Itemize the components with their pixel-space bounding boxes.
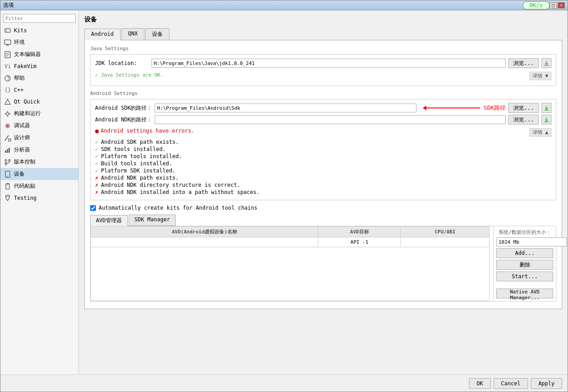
- analyzer-icon: [4, 146, 11, 154]
- avd-start-button[interactable]: Start...: [496, 271, 553, 281]
- jdk-download-button[interactable]: [542, 58, 551, 68]
- kit-icon: [4, 27, 11, 34]
- sdk-download-button[interactable]: [542, 103, 551, 113]
- check-err-icon-5: ✗: [95, 175, 98, 181]
- sidebar-item-analyzer[interactable]: 分析器: [0, 144, 78, 156]
- network-indicator: 0K/s: [523, 1, 550, 9]
- android-detail-button[interactable]: 详情 ▲: [529, 128, 551, 137]
- sidebar-item-label-analyzer: 分析器: [14, 146, 30, 154]
- ndk-input[interactable]: [155, 115, 506, 124]
- close-button[interactable]: ✕: [558, 2, 565, 9]
- sidebar-item-help[interactable]: ? 帮助: [0, 72, 78, 84]
- sdk-input[interactable]: [155, 103, 416, 112]
- ndk-browse-button[interactable]: 浏览...: [508, 115, 539, 125]
- avd-col-target: AVD目标: [318, 227, 401, 237]
- svg-rect-26: [9, 148, 10, 153]
- sidebar-item-codepaste[interactable]: 代码粘贴: [0, 180, 78, 192]
- auto-create-label: Automatically create kits for Android to…: [99, 205, 257, 211]
- table-row-empty: [91, 247, 490, 301]
- check-err-icon-6: ✗: [95, 182, 98, 188]
- avd-tab-sdk-manager[interactable]: SDK Manager: [129, 215, 176, 226]
- java-detail-button[interactable]: 详情 ▼: [529, 72, 551, 80]
- sidebar-item-env[interactable]: 环境: [0, 36, 78, 48]
- designer-icon: [4, 134, 11, 142]
- avd-col-cpu: CPU/ABI: [401, 227, 490, 237]
- sidebar-item-cpp[interactable]: {} C++: [0, 84, 78, 96]
- auto-create-checkbox[interactable]: [90, 205, 96, 211]
- android-section-box: Android SDK的路径： SDK路径 浏览...: [90, 99, 556, 200]
- ok-button[interactable]: OK: [469, 378, 490, 389]
- jdk-input[interactable]: [152, 59, 506, 68]
- svg-rect-24: [5, 151, 6, 153]
- check-items-list: ✓ Android SDK path exists. ✓ SDK tools i…: [95, 139, 551, 195]
- avd-add-button[interactable]: Add...: [496, 248, 553, 258]
- sidebar-item-designer[interactable]: 设计师: [0, 132, 78, 144]
- ndk-label: Android NDK的路径：: [95, 116, 152, 124]
- native-avd-button[interactable]: Native AVD Manager...: [496, 289, 553, 298]
- sidebar-item-kits[interactable]: Kits: [0, 25, 78, 36]
- sdk-arrow-annotation: SDK路径: [423, 104, 506, 112]
- cancel-button[interactable]: Cancel: [494, 378, 528, 389]
- svg-point-27: [5, 159, 7, 161]
- avd-size-input-row: ▲ ▼: [496, 237, 553, 246]
- check-item-text-2: Platform tools installed.: [101, 153, 182, 159]
- sidebar-item-fakevim[interactable]: Vi FakeVim: [0, 60, 78, 72]
- codepaste-icon: [4, 183, 11, 190]
- avd-tab-bar: AVD管理器 SDK Manager: [90, 215, 556, 226]
- svg-rect-2: [4, 40, 11, 44]
- sidebar-item-device[interactable]: 设备: [0, 168, 78, 180]
- sidebar-item-testing[interactable]: Testing: [0, 192, 78, 204]
- svg-line-22: [5, 135, 9, 141]
- sidebar-item-label-vcs: 版本控制: [14, 158, 35, 166]
- table-row: API -1: [91, 237, 490, 247]
- page-title: 设备: [84, 16, 562, 24]
- filter-input[interactable]: [3, 14, 76, 23]
- sdk-field-row: Android SDK的路径： SDK路径 浏览...: [95, 103, 551, 113]
- cpp-icon: {}: [4, 86, 11, 94]
- sidebar-item-vcs[interactable]: 版本控制: [0, 156, 78, 168]
- ndk-download-button[interactable]: [542, 115, 551, 125]
- java-section-title: Java Settings: [90, 46, 556, 52]
- jdk-browse-button[interactable]: 浏览...: [508, 58, 539, 68]
- sidebar-item-label-help: 帮助: [14, 74, 25, 82]
- android-section-title: Android Settings: [90, 90, 556, 96]
- sidebar-item-build[interactable]: 构建和运行: [0, 108, 78, 120]
- maximize-button[interactable]: □: [550, 2, 557, 9]
- sidebar-item-qtquick[interactable]: Qt Quick: [0, 96, 78, 108]
- sidebar-item-label-kits: Kits: [14, 27, 27, 34]
- svg-point-32: [7, 176, 8, 177]
- check-item-7: ✗ Android NDK installed into a path with…: [95, 189, 551, 195]
- sidebar-item-debugger[interactable]: 调试器: [0, 120, 78, 132]
- sidebar-item-texteditor[interactable]: 文本编辑器: [0, 48, 78, 60]
- svg-point-14: [6, 112, 9, 115]
- check-ok-icon-1: ✓: [95, 146, 98, 152]
- java-section-box: JDK location: 浏览... ✓ Java Settings are …: [90, 54, 556, 86]
- check-item-6: ✗ Android NDK directory structure is cor…: [95, 182, 551, 188]
- sdk-browse-button[interactable]: 浏览...: [508, 103, 539, 113]
- tab-android[interactable]: Android: [84, 29, 121, 40]
- arrow-head-icon: [423, 106, 426, 110]
- avd-cell-name: [91, 237, 318, 247]
- title-bar: 选项 ─ □ ✕: [0, 0, 568, 10]
- ndk-field-row: Android NDK的路径： 浏览...: [95, 115, 551, 125]
- sidebar-item-label-build: 构建和运行: [14, 110, 41, 117]
- check-item-text-0: Android SDK path exists.: [101, 139, 178, 145]
- avd-delete-button[interactable]: 删除: [496, 260, 553, 270]
- main-window: 选项 ─ □ ✕ 0K/s Kits: [0, 0, 568, 392]
- check-item-0: ✓ Android SDK path exists.: [95, 139, 551, 145]
- tab-qnx[interactable]: QNX: [121, 28, 145, 40]
- build-icon: [4, 110, 11, 117]
- check-ok-icon-2: ✓: [95, 153, 98, 159]
- avd-size-field[interactable]: [496, 237, 567, 246]
- sidebar-item-label-texteditor: 文本编辑器: [14, 51, 41, 58]
- apply-button[interactable]: Apply: [531, 378, 562, 389]
- tab-device[interactable]: 设备: [145, 28, 169, 40]
- check-ok-icon-4: ✓: [95, 168, 98, 174]
- svg-marker-13: [5, 99, 10, 104]
- avd-tab-manager[interactable]: AVD管理器: [90, 215, 128, 226]
- check-ok-icon-0: ✓: [95, 139, 98, 145]
- svg-text:{}: {}: [4, 87, 11, 93]
- avd-area: AVD(Android虚拟设备)名称 AVD目标 CPU/ABI API -1: [90, 226, 556, 302]
- debugger-icon: [4, 122, 11, 129]
- window-title: 选项: [3, 1, 14, 9]
